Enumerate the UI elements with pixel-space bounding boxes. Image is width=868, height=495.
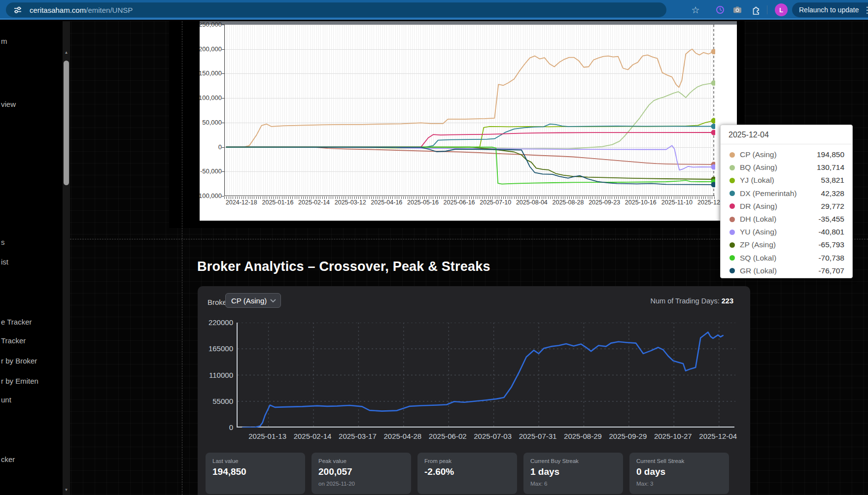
x-tick-label: 2025-09-23	[589, 199, 620, 206]
y-tick-mark	[222, 49, 224, 50]
series-label: CP (Asing)	[740, 150, 817, 159]
x-tick-label: 2025-10-27	[654, 432, 692, 440]
x-tick-label: 2025-04-16	[371, 199, 402, 206]
x-tick-label: 2025-07-03	[474, 432, 512, 440]
sidebar-item[interactable]: m	[1, 37, 7, 45]
series-value: 53,821	[821, 176, 844, 185]
sidebar-item[interactable]: s	[1, 238, 5, 246]
tooltip-row: CP (Asing)194,850	[729, 148, 844, 161]
series-label: YU (Asing)	[740, 228, 818, 236]
y-tick-mark	[222, 196, 224, 197]
trading-days-text: Num of Trading Days: 223	[651, 297, 733, 305]
tooltip-row: DR (Asing)29,772	[729, 200, 844, 213]
net-flow-plot[interactable]	[224, 25, 715, 196]
clock-extension-icon[interactable]	[714, 0, 727, 20]
x-tick-label: 2025-10-16	[625, 199, 657, 206]
series-value: -76,707	[818, 266, 844, 275]
stat-value: 1 days	[530, 466, 616, 477]
series-color-dot	[729, 203, 735, 209]
series-color-dot	[729, 191, 735, 196]
extensions-puzzle-icon[interactable]	[749, 0, 762, 20]
stat-card: Current Sell Streak0 daysMax: 3	[629, 453, 729, 494]
toolbar-separator	[767, 5, 767, 14]
site-settings-icon[interactable]	[13, 5, 23, 15]
y-tick-label: 220000	[198, 318, 233, 327]
x-tick-label: 2025-09-29	[609, 432, 647, 440]
stat-value: 200,057	[318, 466, 404, 477]
broker-select[interactable]: CP (Asing)	[225, 293, 281, 308]
net-flow-chart-panel: 250,000200,000150,000100,00050,0000-50,0…	[200, 21, 737, 221]
tooltip-row: ZP (Asing)-65,793	[729, 238, 844, 251]
sidebar-item[interactable]: unt	[1, 396, 11, 404]
y-tick-mark	[222, 73, 224, 74]
y-tick-label: 110000	[198, 371, 233, 379]
x-tick-label: 2025-02-14	[294, 432, 332, 440]
stat-card: Current Buy Streak1 daysMax: 6	[523, 453, 623, 494]
y-tick-label: 55000	[198, 397, 233, 405]
stat-value: 194,850	[212, 466, 298, 477]
tooltip-row: BQ (Asing)130,714	[729, 161, 844, 174]
y-tick-label: 150,000	[200, 70, 222, 77]
sidebar-item[interactable]: r by Emiten	[1, 377, 38, 385]
tooltip-row: SQ (Lokal)-70,738	[729, 252, 844, 264]
broker-chart[interactable]	[238, 323, 735, 428]
browser-window: ceritasaham.com/emiten/UNSP ☆ L	[0, 0, 868, 495]
series-label: DX (Pemerintah)	[740, 189, 821, 198]
stat-label: Peak value	[318, 458, 404, 464]
series-value: -65,793	[818, 240, 844, 249]
tooltip-rows: CP (Asing)194,850BQ (Asing)130,714YJ (Lo…	[729, 148, 844, 277]
browser-menu-icon[interactable]: ⋮	[863, 5, 868, 15]
y-tick-mark	[222, 123, 224, 123]
stat-card: Peak value200,057on 2025-11-20	[312, 453, 411, 494]
sidebar-scrollbar[interactable]: ▲ ▼	[63, 21, 70, 495]
scroll-down-icon[interactable]: ▼	[63, 486, 70, 493]
y-tick-label: 50,000	[200, 119, 222, 126]
x-tick-label: 2025-01-16	[262, 199, 293, 206]
stat-card: From peak-2.60%	[417, 453, 517, 494]
y-tick-label: 200,000	[200, 46, 222, 53]
series-color-dot	[729, 178, 735, 183]
stat-sub: Max: 3	[636, 481, 722, 487]
browser-toolbar: ceritasaham.com/emiten/UNSP ☆ L	[0, 0, 868, 20]
analytics-heading: Broker Analytics – Crossover, Peak & Str…	[197, 259, 490, 274]
series-color-dot	[729, 165, 735, 170]
x-tick-label: 2025-07-31	[519, 432, 557, 440]
sidebar-item[interactable]: r by Broker	[1, 357, 37, 365]
sidebar-item[interactable]: Tracker	[1, 336, 26, 345]
stat-label: Last value	[212, 458, 298, 464]
profile-avatar[interactable]: L	[775, 3, 788, 16]
scrollbar-thumb[interactable]	[64, 61, 69, 185]
net-flow-x-axis-labels: 2024-12-182025-01-162025-02-142025-03-12…	[224, 199, 715, 207]
series-value: 194,850	[817, 150, 844, 159]
stat-card-row: Last value194,850Peak value200,057on 202…	[206, 453, 729, 494]
sidebar-item[interactable]: cker	[1, 455, 15, 463]
x-tick-label: 2025-07-10	[480, 199, 511, 206]
relaunch-button[interactable]: Relaunch to update ⋮	[792, 2, 868, 17]
net-flow-chart[interactable]	[225, 25, 715, 196]
series-color-dot	[729, 268, 735, 273]
y-tick-mark	[222, 147, 224, 148]
y-tick-label: 165000	[198, 344, 233, 353]
x-tick-label: 2025-01-13	[248, 432, 286, 440]
sidebar-item[interactable]: view	[1, 100, 16, 108]
tooltip-row: YJ (Lokal)53,821	[729, 174, 844, 187]
series-value: 29,772	[821, 202, 844, 211]
series-value: 130,714	[817, 163, 844, 172]
relaunch-label: Relaunch to update	[799, 6, 859, 14]
series-color-dot	[729, 230, 735, 235]
sidebar-item[interactable]: ist	[1, 258, 8, 266]
tooltip-row: GR (Lokal)-76,707	[729, 264, 844, 277]
x-tick-label: 2025-06-16	[444, 199, 475, 206]
bookmark-star-icon[interactable]: ☆	[689, 0, 702, 20]
broker-chart-plot[interactable]	[237, 323, 734, 428]
scroll-up-icon[interactable]: ▲	[63, 49, 70, 56]
camera-extension-icon[interactable]	[731, 0, 744, 20]
url-bar[interactable]: ceritasaham.com/emiten/UNSP	[6, 2, 666, 17]
x-tick-label: 2025-02-14	[298, 199, 330, 206]
trading-days-value: 223	[722, 297, 733, 305]
net-flow-y-axis-labels: 250,000200,000150,000100,00050,0000-50,0…	[200, 25, 222, 196]
sidebar-item[interactable]: e Tracker	[1, 318, 32, 326]
chevron-down-icon	[270, 298, 277, 303]
y-tick-label: -100,000	[200, 193, 222, 199]
series-color-dot	[729, 217, 735, 222]
